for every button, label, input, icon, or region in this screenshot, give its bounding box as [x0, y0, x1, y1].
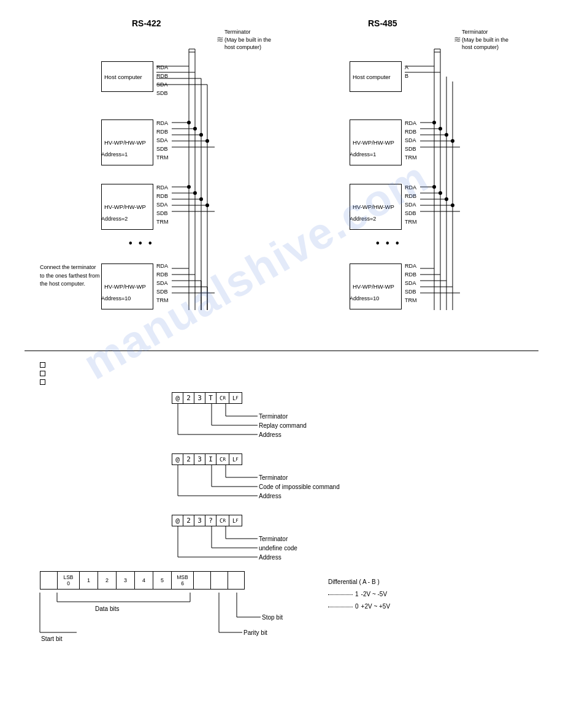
frame-bit2: 2 [98, 571, 116, 590]
svg-point-24 [199, 197, 203, 201]
svg-text:undefine code: undefine code [259, 545, 297, 552]
bullet-square-1 [40, 362, 45, 368]
cmd-cell-at2: @ [172, 454, 183, 464]
cmd-cell-lfa: LF [229, 393, 242, 403]
svg-point-46 [432, 121, 436, 124]
svg-text:Data bits: Data bits [95, 605, 119, 612]
svg-text:Terminator: Terminator [259, 474, 288, 481]
divider [25, 351, 538, 351]
svg-point-16 [205, 139, 209, 143]
hv1-485-box: HV-WP/HW-WP [350, 119, 402, 165]
cmd-cell-3c: 3 [194, 515, 205, 526]
svg-text:Replay command: Replay command [259, 422, 307, 429]
svg-point-56 [439, 191, 442, 195]
cmd-cell-I: I [205, 454, 216, 464]
svg-point-47 [439, 127, 442, 131]
frame-msb: MSB6 [171, 571, 193, 590]
hv1-422-label: HV-WP/HW-WP [104, 139, 153, 146]
bullet-square-3 [40, 379, 45, 385]
diff-row-0: 0 +2V ~ +5V [328, 601, 390, 613]
svg-text:Stop bit: Stop bit [262, 614, 283, 621]
cmd-cell-crc: CR [216, 515, 229, 526]
cmd-replay-annotations: Terminator Replay command Address [172, 404, 325, 447]
pins-host485: AB [405, 64, 408, 81]
cmd-cell-at3: @ [172, 515, 183, 526]
hv10-485-label: HV-WP/HW-WP [353, 283, 401, 290]
svg-point-55 [432, 185, 436, 189]
diff-0-label: 0 [355, 601, 359, 613]
differential-legend: Differential ( A - B ) 1 -2V ~ -5V 0 +2V… [328, 576, 390, 613]
data-frame-container: LSB0 1 2 3 4 5 MSB6 Data bits [40, 571, 457, 657]
hv2-485-label: HV-WP/HW-WP [353, 203, 401, 210]
diff-1-label: 1 [355, 588, 359, 601]
diff-title: Differential ( A - B ) [328, 576, 390, 588]
cmd-impossible-section: @ 2 3 I CR LF Terminator Code of impossi… [172, 453, 356, 508]
svg-point-14 [193, 127, 197, 131]
ellipsis-422: • • • [129, 238, 154, 249]
bullet-item-2 [40, 370, 50, 376]
term485-text: ≋ Terminator(May be built in thehost com… [454, 28, 508, 51]
cmd-replay-row: @ 2 3 T CR LF [172, 392, 242, 404]
ellipsis-485: • • • [376, 238, 401, 249]
frame-bit5: 5 [153, 571, 171, 590]
pins-hv10-422: RDARDBSDASDBTRM [156, 262, 169, 305]
frame-empty1 [40, 571, 57, 590]
bullet-square-2 [40, 371, 45, 376]
bullet-item-3 [40, 379, 50, 385]
svg-text:Terminator: Terminator [259, 536, 288, 542]
cmd-undefined-section: @ 2 3 ? CR LF Terminator undefine code A… [172, 515, 325, 569]
cmd-cell-2b: 2 [183, 454, 194, 464]
cmd-cell-2a: 2 [183, 393, 194, 403]
hv1-485-label: HV-WP/HW-WP [353, 139, 401, 146]
frame-stop-cell [210, 571, 228, 590]
cmd-cell-q: ? [205, 515, 216, 526]
rs485-label: RS-485 [368, 18, 397, 28]
hv2-485-box: HV-WP/HW-WP [350, 184, 402, 230]
hv2-422-box: HV-WP/HW-WP [101, 184, 153, 230]
hv1-422-box: HV-WP/HW-WP [101, 119, 153, 165]
host422-box: Host computer [101, 61, 153, 92]
svg-text:Code of impossible command: Code of impossible command [259, 483, 340, 490]
pins-hv1-485: RDARDBSDASDBTRM [405, 119, 417, 162]
cmd-undefined-row: @ 2 3 ? CR LF [172, 515, 242, 526]
addr10-422: Address=10 [101, 295, 131, 301]
frame-bit4: 4 [134, 571, 153, 590]
cmd-cell-2c: 2 [183, 515, 194, 526]
frame-lsb: LSB0 [57, 571, 79, 590]
pins-hv1-422: RDARDBSDASDBTRM [156, 119, 169, 162]
cmd-cell-at1: @ [172, 393, 183, 403]
frame-end-cell [228, 571, 245, 590]
svg-point-15 [199, 133, 203, 137]
addr10-485: Address=10 [350, 295, 379, 301]
svg-text:Start bit: Start bit [41, 635, 63, 642]
cmd-cell-crb: CR [216, 454, 229, 464]
bullet-item-1 [40, 362, 50, 368]
frame-parity-cell [193, 571, 210, 590]
cmd-cell-3b: 3 [194, 454, 205, 464]
svg-point-13 [187, 121, 191, 124]
pins-host422: RDARDBSDASDB [156, 64, 168, 98]
svg-point-25 [205, 203, 209, 207]
addr1-485: Address=1 [350, 151, 376, 157]
hv10-422-label: HV-WP/HW-WP [104, 283, 153, 290]
svg-point-48 [445, 133, 448, 137]
cmd-undefined-annotations: Terminator undefine code Address [172, 526, 325, 569]
cmd-cell-cra: CR [216, 393, 229, 403]
frame-bit1: 1 [79, 571, 98, 590]
svg-text:Terminator: Terminator [259, 413, 288, 420]
diff-row-1: 1 -2V ~ -5V [328, 588, 390, 601]
page: manualshive.com RS-422 RS-485 ≋ Terminat… [0, 0, 563, 728]
cmd-replay-section: @ 2 3 T CR LF Terminator Replay command … [172, 392, 325, 447]
addr2-485: Address=2 [350, 216, 376, 222]
bullet-list [40, 362, 50, 387]
svg-point-49 [451, 139, 454, 143]
addr1-422: Address=1 [101, 151, 128, 157]
svg-text:Address: Address [259, 431, 282, 438]
cmd-impossible-row: @ 2 3 I CR LF [172, 453, 242, 465]
cmd-cell-3a: 3 [194, 393, 205, 403]
host422-label: Host computer [104, 74, 153, 80]
svg-text:Address: Address [259, 493, 282, 499]
cmd-cell-lfc: LF [229, 515, 242, 526]
cmd-cell-T: T [205, 393, 216, 403]
hv2-422-label: HV-WP/HW-WP [104, 203, 153, 210]
